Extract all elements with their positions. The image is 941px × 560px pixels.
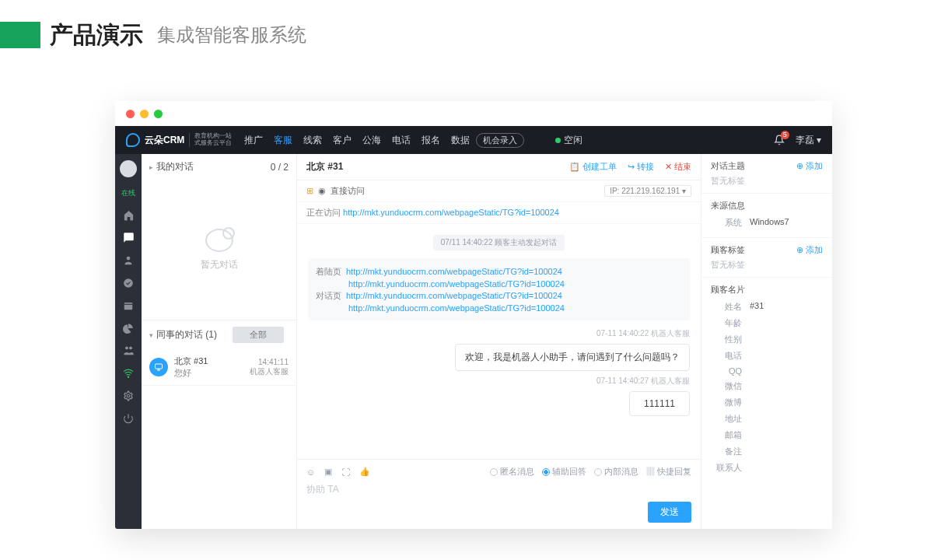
- pie-icon[interactable]: [123, 322, 135, 334]
- ip-box: IP: 221.219.162.191 ▾: [604, 185, 691, 197]
- nav-item[interactable]: 数据: [451, 134, 470, 147]
- nav-item[interactable]: 客户: [333, 134, 352, 147]
- visiting-label: 正在访问: [306, 208, 341, 217]
- system-chip: 07/11 14:40:22 顾客主动发起对话: [433, 235, 565, 250]
- chrome-icon: ◉: [318, 186, 326, 196]
- minimize-icon[interactable]: [140, 110, 149, 118]
- conversation-title: 北京 #31: [306, 160, 343, 173]
- my-chats-count: 0 / 2: [271, 162, 289, 173]
- svg-point-4: [129, 347, 132, 350]
- thumb-icon[interactable]: 👍: [359, 467, 370, 477]
- svg-point-0: [127, 256, 131, 260]
- bell-icon[interactable]: 5: [774, 135, 785, 145]
- nav-item[interactable]: 推广: [244, 134, 263, 147]
- empty-state: 暂无对话: [142, 180, 296, 320]
- wifi-icon[interactable]: [123, 367, 135, 379]
- svg-point-5: [128, 376, 128, 377]
- svg-rect-2: [124, 302, 133, 309]
- no-tag: 暂无标签: [711, 259, 823, 271]
- landing-link[interactable]: http://mkt.yunduocrm.com/webpageStatic/T…: [346, 267, 562, 276]
- chat-item-msg: 您好: [174, 367, 243, 379]
- chatpage-link[interactable]: http://mkt.yunduocrm.com/webpageStatic/T…: [348, 303, 565, 313]
- record-button[interactable]: 机会录入: [476, 133, 524, 148]
- svg-point-6: [127, 394, 130, 397]
- topic-title: 对话主题: [711, 160, 745, 172]
- app-window: 云朵CRM 教育机构一站式服务云平台 推广 客服 线索 客户 公海 电话 报名 …: [115, 101, 832, 529]
- tags-title: 顾客标签: [711, 244, 745, 256]
- image-icon[interactable]: ▣: [324, 467, 332, 477]
- chat-icon[interactable]: [123, 232, 135, 243]
- svg-point-3: [125, 347, 128, 350]
- link-block: 着陆页http://mkt.yunduocrm.com/webpageStati…: [308, 258, 690, 320]
- bot-message: 111111: [629, 391, 690, 416]
- no-tag: 暂无标签: [711, 175, 823, 187]
- nav-item[interactable]: 公海: [362, 134, 381, 147]
- conversation-panel: 北京 #31 📋 创建工单 ↪ 转接 ✕ 结束 ⊞ ◉ 直接访问 IP: 221…: [297, 154, 701, 529]
- nav-item[interactable]: 报名: [422, 134, 440, 147]
- nav-item[interactable]: 客服: [274, 134, 292, 147]
- chat-body[interactable]: 07/11 14:40:22 顾客主动发起对话 着陆页http://mkt.yu…: [297, 224, 701, 459]
- quick-reply-button[interactable]: ▥ 快捷回复: [646, 466, 691, 478]
- left-panel: ▸我的对话 0 / 2 暂无对话 ▾同事的对话 (1) 全部 北京 #31 您好: [142, 154, 297, 529]
- end-button[interactable]: ✕ 结束: [665, 161, 691, 173]
- windows-icon: ⊞: [306, 186, 313, 196]
- slide-header: 产品演示 集成智能客服系统: [0, 0, 941, 70]
- top-nav: 云朵CRM 教育机构一站式服务云平台 推广 客服 线索 客户 公海 电话 报名 …: [115, 126, 832, 154]
- message-input[interactable]: [306, 484, 691, 495]
- title-main: 产品演示: [50, 19, 143, 51]
- power-icon[interactable]: [123, 412, 135, 424]
- status-dot-icon: [555, 138, 561, 143]
- access-label: 直接访问: [331, 185, 365, 197]
- compose-area: ☺ ▣ ⛶ 👍 匿名消息 辅助回答 内部消息 ▥ 快捷回复 发送: [297, 459, 701, 529]
- assist-toggle[interactable]: 辅助回答: [542, 466, 586, 478]
- add-topic-button[interactable]: ⊕ 添加: [796, 160, 823, 172]
- brand-tagline: 教育机构一站式服务云平台: [189, 133, 232, 147]
- close-icon[interactable]: [126, 110, 135, 118]
- calendar-icon[interactable]: [123, 299, 135, 311]
- monitor-icon: [149, 358, 168, 376]
- internal-toggle[interactable]: 内部消息: [594, 466, 638, 478]
- agent-status[interactable]: 空闲: [555, 134, 582, 147]
- card-name: #31: [750, 301, 764, 313]
- anon-toggle[interactable]: 匿名消息: [490, 466, 534, 478]
- nav-items: 推广 客服 线索 客户 公海 电话 报名 数据: [244, 134, 470, 147]
- nav-item[interactable]: 电话: [392, 134, 411, 147]
- card-title: 顾客名片: [711, 284, 745, 296]
- group-icon[interactable]: [123, 345, 135, 356]
- maximize-icon[interactable]: [154, 110, 163, 118]
- person-icon[interactable]: [123, 254, 135, 266]
- all-button[interactable]: 全部: [233, 327, 284, 343]
- my-chats-header[interactable]: ▸我的对话 0 / 2: [142, 154, 296, 180]
- chat-item-src: 机器人客服: [250, 366, 289, 377]
- emoji-icon[interactable]: ☺: [306, 467, 315, 477]
- check-icon[interactable]: [123, 277, 135, 289]
- visiting-link[interactable]: http://mkt.yunduocrm.com/webpageStatic/T…: [343, 208, 559, 217]
- landing-link[interactable]: http://mkt.yunduocrm.com/webpageStatic/T…: [348, 279, 565, 289]
- chatpage-link[interactable]: http://mkt.yunduocrm.com/webpageStatic/T…: [346, 291, 562, 300]
- brand-text: 云朵CRM: [145, 134, 184, 147]
- gear-icon[interactable]: [123, 390, 135, 401]
- avatar[interactable]: [120, 160, 137, 177]
- attachment-icon[interactable]: ⛶: [341, 467, 350, 477]
- chat-item-time: 14:41:11: [250, 358, 289, 366]
- source-title: 来源信息: [711, 200, 745, 212]
- side-rail: 在线: [115, 154, 142, 529]
- create-ticket-button[interactable]: 📋 创建工单: [569, 161, 617, 173]
- title-sub: 集成智能客服系统: [157, 23, 306, 47]
- add-tag-button[interactable]: ⊕ 添加: [796, 244, 823, 256]
- system-value: Windows7: [750, 217, 789, 229]
- empty-icon: [205, 229, 233, 252]
- send-button[interactable]: 发送: [648, 502, 691, 523]
- transfer-button[interactable]: ↪ 转接: [628, 161, 654, 173]
- info-panel: 对话主题 ⊕ 添加 暂无标签 来源信息 系统Windows7 顾客标签 ⊕ 添加…: [701, 154, 832, 529]
- chat-list-item[interactable]: 北京 #31 您好 14:41:11 机器人客服: [142, 349, 296, 386]
- accent-bar: [0, 22, 40, 48]
- svg-rect-7: [156, 364, 163, 369]
- svg-point-1: [124, 278, 133, 288]
- nav-item[interactable]: 线索: [303, 134, 322, 147]
- colleague-chats-header[interactable]: ▾同事的对话 (1) 全部: [142, 320, 296, 349]
- current-user[interactable]: 李磊 ▾: [796, 134, 821, 147]
- chat-item-name: 北京 #31: [174, 355, 243, 367]
- home-icon[interactable]: [123, 209, 135, 221]
- brand: 云朵CRM 教育机构一站式服务云平台: [126, 133, 232, 147]
